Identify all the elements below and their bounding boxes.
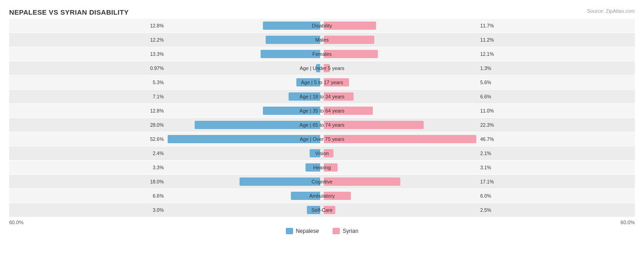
bar-blue — [289, 92, 320, 101]
bar-blue — [296, 78, 320, 86]
bar-pink — [324, 50, 378, 58]
bar-blue — [261, 50, 320, 58]
bar-value-right: 11.0% — [480, 108, 494, 113]
bar-pink — [324, 22, 376, 30]
left-section: 2.4% — [9, 146, 322, 160]
bar-value-left: 6.6% — [153, 193, 164, 199]
legend-syrian-box — [333, 228, 340, 234]
bar-pink — [324, 121, 424, 129]
right-section: 6.0% — [322, 189, 635, 203]
bar-value-right: 6.6% — [480, 94, 491, 99]
left-section: 3.3% — [9, 161, 322, 174]
left-section: 52.6% — [9, 132, 322, 146]
left-section: 18.0% — [9, 175, 322, 188]
bar-value-right: 17.1% — [480, 179, 494, 184]
legend-syrian: Syrian — [333, 228, 358, 234]
bar-row: 13.3% Females 12.1% — [9, 47, 635, 61]
bar-row: 3.3% Hearing 3.1% — [9, 161, 635, 174]
bar-pink — [324, 178, 400, 186]
bar-value-right: 2.1% — [480, 151, 491, 156]
bar-pink — [324, 192, 351, 200]
legend-syrian-label: Syrian — [343, 228, 358, 234]
bar-row: 3.0% Self-Care 2.5% — [9, 203, 635, 217]
left-section: 12.8% — [9, 104, 322, 118]
bar-pink — [324, 163, 338, 172]
bar-value-left: 13.3% — [150, 51, 164, 57]
bar-blue — [306, 163, 320, 172]
bar-value-right: 1.3% — [480, 65, 491, 71]
bar-row: 52.6% Age | Over 75 years 46.7% — [9, 132, 635, 146]
legend: Nepalese Syrian — [9, 228, 635, 234]
bar-blue — [316, 64, 320, 72]
bar-value-right: 6.0% — [480, 193, 491, 199]
bar-row: 6.6% Ambulatory 6.0% — [9, 189, 635, 203]
bar-row: 12.8% Age | 35 to 64 years 11.0% — [9, 104, 635, 118]
bar-pink — [324, 206, 335, 214]
legend-nepalese-label: Nepalese — [296, 228, 319, 234]
bar-value-left: 2.4% — [153, 151, 164, 156]
left-section: 7.1% — [9, 90, 322, 103]
bar-value-left: 18.0% — [150, 179, 164, 184]
right-section: 11.7% — [322, 19, 635, 32]
bar-value-right: 46.7% — [480, 136, 494, 142]
bar-value-right: 11.2% — [480, 37, 494, 43]
bar-value-left: 28.0% — [150, 122, 164, 128]
bar-row: 28.0% Age | 65 to 74 years 22.3% — [9, 118, 635, 132]
bar-pink — [324, 135, 476, 143]
source-label: Source: ZipAtlas.com — [587, 8, 635, 14]
left-section: 6.6% — [9, 189, 322, 203]
bar-blue — [263, 22, 320, 30]
bar-row: 12.2% Males 11.2% — [9, 33, 635, 47]
chart-container: NEPALESE VS SYRIAN DISABILITY Source: Zi… — [0, 0, 644, 280]
axis-row: 60.0% 60.0% — [9, 220, 635, 225]
left-section: 3.0% — [9, 203, 322, 217]
right-section: 12.1% — [322, 47, 635, 61]
bar-pink — [324, 92, 354, 101]
bar-blue — [266, 36, 320, 44]
bar-row: 0.97% Age | Under 5 years 1.3% — [9, 61, 635, 75]
right-section: 2.5% — [322, 203, 635, 217]
bar-value-left: 5.3% — [153, 80, 164, 85]
right-section: 6.6% — [322, 90, 635, 103]
legend-nepalese: Nepalese — [286, 228, 319, 234]
bar-value-left: 12.8% — [150, 23, 164, 28]
bar-value-right: 11.7% — [480, 23, 494, 28]
bar-row: 7.1% Age | 18 to 34 years 6.6% — [9, 90, 635, 103]
bar-value-left: 3.0% — [153, 207, 164, 213]
left-section: 28.0% — [9, 118, 322, 132]
left-section: 13.3% — [9, 47, 322, 61]
bar-value-right: 2.5% — [480, 207, 491, 213]
bar-value-left: 7.1% — [153, 94, 164, 99]
right-section: 3.1% — [322, 161, 635, 174]
bar-value-left: 0.97% — [150, 65, 164, 71]
bar-blue — [195, 121, 320, 129]
right-section: 11.0% — [322, 104, 635, 118]
axis-right: 60.0% — [621, 220, 635, 225]
left-section: 12.8% — [9, 19, 322, 32]
bar-value-right: 5.6% — [480, 80, 491, 85]
bar-blue — [310, 149, 320, 157]
bar-row: 2.4% Vision 2.1% — [9, 146, 635, 160]
bar-blue — [307, 206, 320, 214]
right-section: 5.6% — [322, 75, 635, 89]
legend-nepalese-box — [286, 228, 293, 234]
right-section: 17.1% — [322, 175, 635, 188]
bar-value-right: 3.1% — [480, 165, 491, 170]
bar-blue — [291, 192, 321, 200]
chart-title: NEPALESE VS SYRIAN DISABILITY — [9, 8, 635, 16]
bar-value-left: 3.3% — [153, 165, 164, 170]
right-section: 1.3% — [322, 61, 635, 75]
bar-value-left: 12.2% — [150, 37, 164, 43]
bar-row: 5.3% Age | 5 to 17 years 5.6% — [9, 75, 635, 89]
right-section: 2.1% — [322, 146, 635, 160]
right-section: 11.2% — [322, 33, 635, 47]
bar-pink — [324, 149, 333, 157]
right-section: 22.3% — [322, 118, 635, 132]
chart-area: 12.8% Disability 11.7% 12.2% Males 11.2%… — [9, 19, 635, 217]
bar-pink — [324, 78, 349, 86]
bar-pink — [324, 36, 374, 44]
bar-blue — [263, 107, 320, 115]
bar-value-left: 52.6% — [150, 136, 164, 142]
bar-row: 18.0% Cognitive 17.1% — [9, 175, 635, 188]
bar-value-right: 12.1% — [480, 51, 494, 57]
